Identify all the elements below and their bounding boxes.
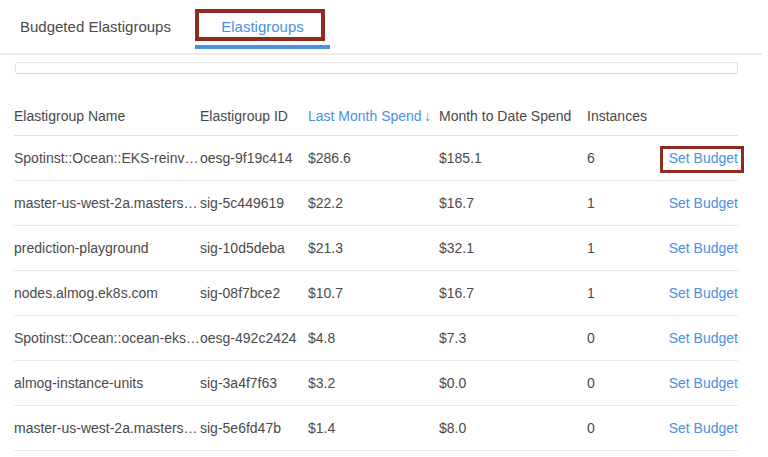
table-row: master-us-west-2a.masters… sig-5c449619 …	[14, 181, 738, 226]
month-to-date-spend: $16.7	[439, 285, 587, 301]
set-budget-link[interactable]: Set Budget	[669, 420, 738, 436]
table-header-row: Elastigroup Name Elastigroup ID Last Mon…	[14, 96, 738, 136]
elastigroup-name: master-us-west-2a.masters…	[14, 195, 200, 211]
sort-desc-arrow-icon[interactable]: ↓	[424, 108, 439, 124]
last-month-spend: $4.8	[308, 330, 439, 346]
last-month-spend: $22.2	[308, 195, 439, 211]
elastigroup-id: oesg-492c2424	[200, 330, 308, 346]
table-row: prediction-playground sig-10d5deba $21.3…	[14, 226, 738, 271]
elastigroup-id: sig-5c449619	[200, 195, 308, 211]
last-month-spend: $3.2	[308, 375, 439, 391]
instances-count: 0	[587, 420, 664, 436]
last-month-spend: $10.7	[308, 285, 439, 301]
tab-budgeted-elastigroups[interactable]: Budgeted Elastigroups	[20, 0, 171, 53]
elastigroup-name: almog-instance-units	[14, 375, 200, 391]
elastigroup-name: master-us-west-2a.masters…	[14, 420, 200, 436]
column-header-elastigroup-name[interactable]: Elastigroup Name	[14, 108, 200, 124]
set-budget-link[interactable]: Set Budget	[669, 150, 738, 166]
last-month-spend: $286.6	[308, 150, 439, 166]
budget-console: Budgeted Elastigroups Elastigroups Elast…	[0, 0, 768, 457]
elastigroup-id: oesg-9f19c414	[200, 150, 308, 166]
tab-bar-divider	[0, 53, 762, 55]
elastigroup-name: nodes.almog.ek8s.com	[14, 285, 200, 301]
last-month-spend: $21.3	[308, 240, 439, 256]
month-to-date-spend: $0.0	[439, 375, 587, 391]
set-budget-link[interactable]: Set Budget	[669, 285, 738, 301]
column-header-month-to-date-spend[interactable]: Month to Date Spend	[439, 108, 587, 124]
elastigroup-name: Spotinst::Ocean::EKS-reinv…	[14, 150, 200, 166]
column-header-last-month-spend[interactable]: Last Month Spend ↓	[308, 108, 439, 124]
month-to-date-spend: $7.3	[439, 330, 587, 346]
last-month-spend: $1.4	[308, 420, 439, 436]
instances-count: 0	[587, 330, 664, 346]
set-budget-link[interactable]: Set Budget	[669, 240, 738, 256]
table-row: nodes.almog.ek8s.com sig-08f7bce2 $10.7 …	[14, 271, 738, 316]
elastigroup-id: sig-5e6fd47b	[200, 420, 308, 436]
set-budget-link[interactable]: Set Budget	[669, 375, 738, 391]
table-row: almog-instance-units sig-3a4f7f63 $3.2 $…	[14, 361, 738, 406]
month-to-date-spend: $16.7	[439, 195, 587, 211]
elastigroups-table: Elastigroup Name Elastigroup ID Last Mon…	[14, 96, 738, 451]
instances-count: 1	[587, 240, 664, 256]
month-to-date-spend: $32.1	[439, 240, 587, 256]
elastigroup-name: Spotinst::Ocean::ocean-eks…	[14, 330, 200, 346]
tab-bar: Budgeted Elastigroups Elastigroups	[0, 0, 768, 55]
instances-count: 1	[587, 195, 664, 211]
instances-count: 1	[587, 285, 664, 301]
active-tab-underline	[195, 45, 330, 49]
month-to-date-spend: $185.1	[439, 150, 587, 166]
table-row: Spotinst::Ocean::EKS-reinv… oesg-9f19c41…	[14, 136, 738, 181]
column-header-instances[interactable]: Instances	[587, 108, 664, 124]
elastigroup-id: sig-3a4f7f63	[200, 375, 308, 391]
column-header-last-month-spend-label: Last Month Spend	[308, 108, 422, 124]
instances-count: 0	[587, 375, 664, 391]
month-to-date-spend: $8.0	[439, 420, 587, 436]
elastigroup-id: sig-08f7bce2	[200, 285, 308, 301]
elastigroup-name: prediction-playground	[14, 240, 200, 256]
column-header-elastigroup-id[interactable]: Elastigroup ID	[200, 108, 308, 124]
elastigroup-id: sig-10d5deba	[200, 240, 308, 256]
table-row: Spotinst::Ocean::ocean-eks… oesg-492c242…	[14, 316, 738, 361]
filter-bar[interactable]	[15, 62, 738, 74]
set-budget-link[interactable]: Set Budget	[669, 330, 738, 346]
instances-count: 6	[587, 150, 664, 166]
table-row: master-us-west-2a.masters… sig-5e6fd47b …	[14, 406, 738, 451]
set-budget-link[interactable]: Set Budget	[669, 195, 738, 211]
